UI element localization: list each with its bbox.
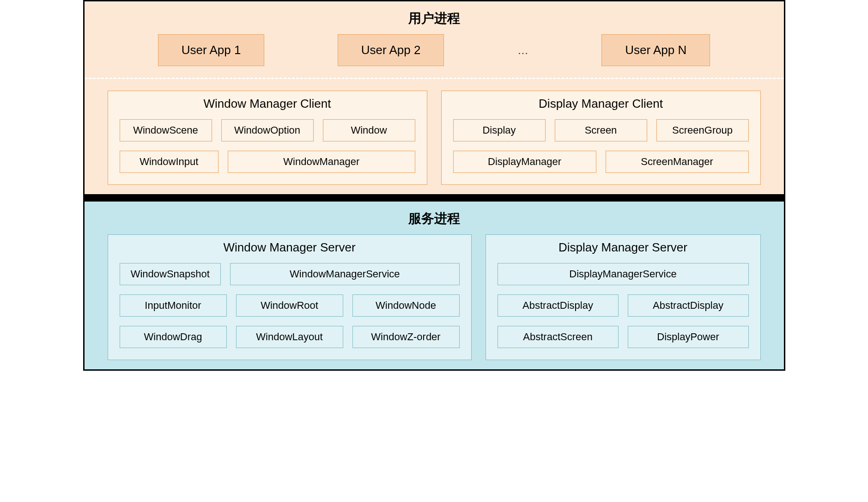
component-box: Window [323, 119, 415, 141]
dm-server-title: Display Manager Server [498, 240, 749, 255]
component-box: WindowOption [221, 119, 314, 141]
user-app-box: User App N [601, 34, 710, 66]
component-box: WindowSnapshot [120, 263, 221, 285]
user-apps-row: User App 1 User App 2 … User App N [85, 34, 784, 78]
servers-row: Window Manager Server WindowSnapshot Win… [85, 234, 784, 360]
component-box: WindowZ-order [352, 326, 460, 348]
ellipsis: … [517, 44, 528, 57]
display-manager-client-panel: Display Manager Client Display Screen Sc… [441, 91, 761, 185]
box-row: WindowSnapshot WindowManagerService [120, 263, 460, 285]
user-app-box: User App 1 [158, 34, 265, 66]
component-box: AbstractDisplay [498, 294, 619, 317]
box-row: WindowDrag WindowLayout WindowZ-order [120, 326, 460, 348]
component-box: DisplayPower [628, 326, 749, 348]
box-row: WindowScene WindowOption Window [120, 119, 415, 141]
window-manager-server-panel: Window Manager Server WindowSnapshot Win… [108, 234, 472, 360]
box-row: AbstractDisplay AbstractDisplay [498, 294, 749, 317]
component-box: WindowManagerService [230, 263, 459, 285]
component-box: WindowDrag [120, 326, 227, 348]
component-box: WindowInput [120, 151, 219, 173]
service-section-title: 服务进程 [85, 206, 784, 234]
component-box: AbstractDisplay [628, 294, 749, 317]
display-manager-server-panel: Display Manager Server DisplayManagerSer… [486, 234, 761, 360]
component-box: WindowNode [352, 294, 460, 317]
component-box: AbstractScreen [498, 326, 619, 348]
service-process-section: 服务进程 Window Manager Server WindowSnapsho… [85, 194, 784, 369]
clients-row: Window Manager Client WindowScene Window… [85, 91, 784, 185]
component-box: ScreenGroup [656, 119, 749, 141]
box-row: DisplayManager ScreenManager [453, 151, 749, 173]
component-box: Display [453, 119, 546, 141]
component-box: DisplayManagerService [498, 263, 749, 285]
dashed-divider [85, 78, 784, 79]
dm-client-title: Display Manager Client [453, 97, 749, 111]
user-section-title: 用户进程 [85, 6, 784, 34]
component-box: InputMonitor [120, 294, 227, 317]
wm-server-title: Window Manager Server [120, 240, 460, 255]
window-manager-client-panel: Window Manager Client WindowScene Window… [108, 91, 427, 185]
component-box: DisplayManager [453, 151, 596, 173]
user-app-box: User App 2 [338, 34, 444, 66]
component-box: ScreenManager [606, 151, 749, 173]
component-box: WindowScene [120, 119, 212, 141]
component-box: WindowLayout [236, 326, 343, 348]
box-row: AbstractScreen DisplayPower [498, 326, 749, 348]
component-box: WindowRoot [236, 294, 343, 317]
component-box: WindowManager [228, 151, 415, 173]
architecture-diagram: 用户进程 User App 1 User App 2 … User App N … [83, 0, 785, 371]
user-process-section: 用户进程 User App 1 User App 2 … User App N … [85, 1, 784, 194]
box-row: WindowInput WindowManager [120, 151, 415, 173]
wm-client-title: Window Manager Client [120, 97, 415, 111]
box-row: Display Screen ScreenGroup [453, 119, 749, 141]
box-row: InputMonitor WindowRoot WindowNode [120, 294, 460, 317]
box-row: DisplayManagerService [498, 263, 749, 285]
component-box: Screen [555, 119, 647, 141]
